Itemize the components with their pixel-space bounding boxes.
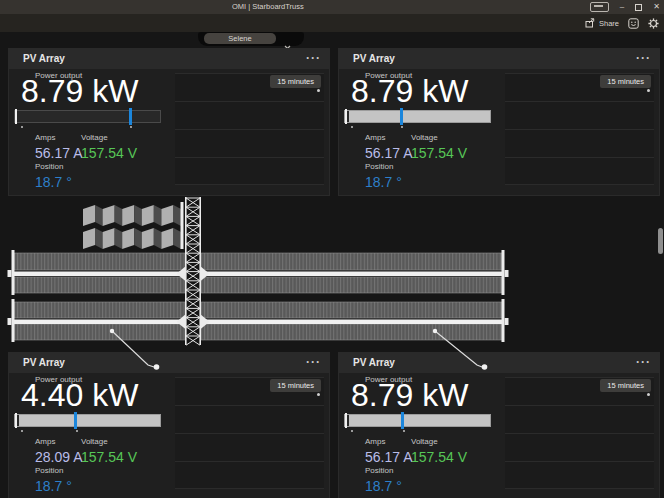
folded-solar-panels: [83, 205, 181, 249]
power-slider-track: [344, 414, 491, 427]
slider-tick-dot-min: [21, 430, 23, 432]
card-header: PV Array ···: [9, 49, 329, 69]
trend-chart: 15 minutes: [505, 377, 654, 489]
slider-current-tick[interactable]: [129, 108, 132, 125]
titlebar: OMI | StarboardTruss – ✕: [0, 0, 664, 14]
card-title: PV Array: [23, 353, 65, 373]
app-badge-icon: [590, 2, 609, 12]
position-value: 18.7 °: [35, 174, 72, 190]
card-title: PV Array: [353, 49, 395, 69]
amps-value: 56.17 A: [365, 449, 413, 465]
pv-array-card-top-right: PV Array ··· Power output 8.79 kW Amps 5…: [338, 48, 660, 196]
slider-current-tick[interactable]: [74, 412, 77, 429]
voltage-metric: Voltage 157.54 V: [81, 437, 137, 465]
position-label: Position: [365, 466, 402, 475]
position-metric: Position 18.7 °: [35, 466, 72, 494]
tab-selene[interactable]: Selene: [204, 33, 276, 44]
card-title: PV Array: [353, 353, 395, 373]
voltage-metric: Voltage 157.54 V: [411, 133, 467, 161]
slider-min-tick: [345, 109, 347, 124]
position-value: 18.7 °: [365, 478, 402, 494]
card-title: PV Array: [23, 49, 65, 69]
amps-label: Amps: [35, 133, 83, 142]
voltage-label: Voltage: [81, 133, 137, 142]
position-label: Position: [35, 466, 72, 475]
slider-tick-dot-min: [351, 126, 353, 128]
amps-metric: Amps 56.17 A: [35, 133, 83, 161]
share-button[interactable]: Share: [585, 18, 619, 28]
more-options-button[interactable]: ···: [636, 49, 651, 67]
power-slider[interactable]: [14, 414, 161, 427]
pv-array-card-top-left: PV Array ··· Power output 8.79 kW Amps 5…: [8, 48, 330, 196]
app-window: OMI | StarboardTruss – ✕ Share: [0, 0, 664, 498]
slider-current-tick[interactable]: [401, 412, 404, 429]
pv-array-card-bottom-right: PV Array ··· Power output 8.79 kW Amps 5…: [338, 352, 660, 498]
share-label: Share: [599, 19, 619, 28]
power-slider[interactable]: [344, 414, 491, 427]
more-options-button[interactable]: ···: [636, 353, 651, 371]
power-output-value: 8.79 kW: [351, 74, 468, 108]
slider-current-tick[interactable]: [400, 108, 403, 125]
power-slider[interactable]: [344, 110, 491, 123]
chart-data-point: [647, 393, 650, 396]
voltage-metric: Voltage 157.54 V: [411, 437, 467, 465]
voltage-value: 157.54 V: [81, 449, 137, 465]
slider-min-tick: [345, 413, 347, 428]
time-range-badge[interactable]: 15 minutes: [600, 379, 651, 392]
truss-mast: [185, 197, 201, 345]
slider-tick-dot-current: [76, 430, 78, 432]
solar-array-diagram: [0, 196, 664, 376]
amps-label: Amps: [365, 437, 413, 446]
position-label: Position: [365, 162, 402, 171]
toolbar: Share: [0, 14, 664, 32]
amps-label: Amps: [35, 437, 83, 446]
feedback-icon[interactable]: [628, 18, 639, 29]
restore-button[interactable]: [635, 4, 642, 11]
voltage-label: Voltage: [411, 133, 467, 142]
voltage-label: Voltage: [411, 437, 467, 446]
slider-tick-dot-min: [21, 126, 23, 128]
voltage-label: Voltage: [81, 437, 137, 446]
amps-metric: Amps 56.17 A: [365, 437, 413, 465]
trend-chart: 15 minutes: [505, 73, 654, 185]
voltage-value: 157.54 V: [411, 145, 467, 161]
chart-data-point: [647, 89, 650, 92]
scrollbar-thumb[interactable]: [658, 228, 663, 254]
card-header: PV Array ···: [339, 353, 659, 373]
slider-tick-dot-current: [130, 126, 132, 128]
amps-metric: Amps 28.09 A: [35, 437, 83, 465]
position-metric: Position 18.7 °: [35, 162, 72, 190]
time-range-badge[interactable]: 15 minutes: [270, 379, 321, 392]
time-range-badge[interactable]: 15 minutes: [600, 75, 651, 88]
trend-chart: 15 minutes: [175, 377, 324, 489]
fold-mount-bar: [181, 202, 184, 249]
position-value: 18.7 °: [365, 174, 402, 190]
minimize-button[interactable]: –: [620, 0, 624, 14]
power-output-value: 8.79 kW: [21, 74, 138, 108]
power-slider[interactable]: [14, 110, 161, 123]
voltage-value: 157.54 V: [81, 145, 137, 161]
position-metric: Position 18.7 °: [365, 162, 402, 190]
chart-data-point: [317, 89, 320, 92]
slider-min-tick: [15, 109, 17, 124]
settings-gear-icon[interactable]: [648, 18, 659, 29]
amps-value: 28.09 A: [35, 449, 83, 465]
share-icon: [585, 18, 595, 28]
more-options-button[interactable]: ···: [306, 353, 321, 371]
more-options-button[interactable]: ···: [306, 49, 321, 67]
power-output-value: 8.79 kW: [351, 378, 468, 412]
card-header: PV Array ···: [339, 49, 659, 69]
solar-wings: [8, 250, 509, 342]
window-title: OMI | StarboardTruss: [232, 0, 304, 14]
close-button[interactable]: ✕: [653, 0, 660, 14]
position-metric: Position 18.7 °: [365, 466, 402, 494]
slider-tick-dot-current: [403, 430, 405, 432]
amps-value: 56.17 A: [35, 145, 83, 161]
power-slider-track: [14, 414, 161, 427]
position-value: 18.7 °: [35, 478, 72, 494]
voltage-value: 157.54 V: [411, 449, 467, 465]
time-range-badge[interactable]: 15 minutes: [270, 75, 321, 88]
slider-min-tick: [15, 413, 17, 428]
tab-strip: Selene: [198, 32, 304, 46]
slider-tick-dot-current: [401, 126, 403, 128]
